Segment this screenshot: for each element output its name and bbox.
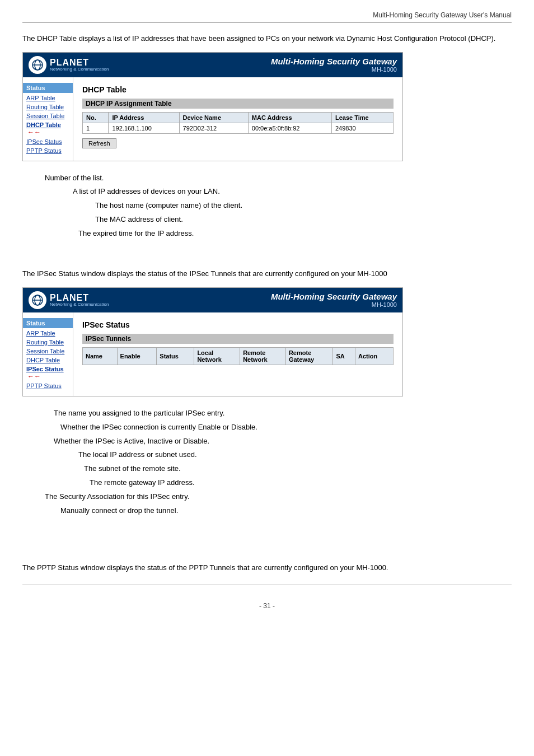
ipsec-gw-body: Status ARP Table Routing Table Session T…	[23, 312, 402, 396]
dhcp-info-list: Number of the list. A list of IP address…	[22, 171, 512, 241]
ipsec-table: Name Enable Status LocalNetwork RemoteNe…	[82, 347, 394, 365]
dhcp-cell-lease: 249830	[331, 123, 393, 133]
dhcp-sidebar-pptp[interactable]: PPTP Status	[23, 146, 73, 155]
pptp-intro: The PPTP Status window displays the stat…	[22, 562, 512, 573]
ipsec-col-enable: Enable	[117, 347, 157, 365]
dhcp-sidebar: Status ARP Table Routing Table Session T…	[23, 77, 73, 161]
dhcp-active-arrow: ←←	[27, 128, 41, 136]
ipsec-col-action: Action	[355, 347, 393, 365]
dhcp-gateway-box: PLANET Networking & Communication Multi-…	[22, 52, 403, 161]
dhcp-cell-device: 792D02-312	[179, 123, 248, 133]
ipsec-gw-header: PLANET Networking & Communication Multi-…	[23, 288, 402, 312]
dhcp-logo-sub: Networking & Communication	[50, 67, 109, 72]
ipsec-sub-title: IPSec Tunnels	[82, 334, 394, 344]
dhcp-gw-body: Status ARP Table Routing Table Session T…	[23, 77, 402, 161]
planet-logo: PLANET Networking & Communication	[29, 56, 109, 74]
dhcp-gw-header: PLANET Networking & Communication Multi-…	[23, 53, 402, 77]
ipsec-info-5: The subnet of the remote site.	[22, 462, 512, 476]
page-header: Multi-Homing Security Gateway User's Man…	[22, 11, 512, 23]
ipsec-info-7: The Security Association for this IPSec …	[22, 490, 512, 504]
page-separator	[22, 585, 512, 585]
dhcp-refresh-button[interactable]: Refresh	[82, 138, 116, 148]
ipsec-info-1: The name you assigned to the particular …	[22, 407, 512, 421]
ipsec-logo-circle	[29, 291, 46, 309]
dhcp-sidebar-arp[interactable]: ARP Table	[23, 94, 73, 102]
dhcp-info-2: A list of IP addresses of devices on you…	[22, 185, 512, 199]
dhcp-col-lease: Lease Time	[331, 112, 393, 123]
ipsec-gw-title: Multi-Homing Security Gateway MH-1000	[271, 292, 397, 308]
ipsec-info-8: Manually connect or drop the tunnel.	[22, 504, 512, 518]
dhcp-info-5: The expired time for the IP address.	[22, 227, 512, 241]
dhcp-table: No. IP Address Device Name MAC Address L…	[82, 112, 394, 134]
dhcp-info-1: Number of the list.	[22, 171, 512, 185]
ipsec-info-6: The remote gateway IP address.	[22, 476, 512, 490]
dhcp-main: DHCP Table DHCP IP Assignment Table No. …	[73, 77, 402, 161]
ipsec-gateway-box: PLANET Networking & Communication Multi-…	[22, 287, 403, 396]
dhcp-cell-no: 1	[83, 123, 109, 133]
dhcp-cell-mac: 00:0e:a5:0f:8b:92	[248, 123, 331, 133]
ipsec-gw-title-main: Multi-Homing Security Gateway	[271, 292, 397, 301]
ipsec-col-sa: SA	[333, 347, 355, 365]
dhcp-sidebar-status[interactable]: Status	[23, 83, 73, 93]
ipsec-col-local: LocalNetwork	[194, 347, 240, 365]
dhcp-cell-ip: 192.168.1.100	[109, 123, 179, 133]
dhcp-col-no: No.	[83, 112, 109, 123]
planet-logo-circle	[29, 56, 46, 74]
ipsec-sidebar-pptp[interactable]: PPTP Status	[23, 381, 73, 390]
ipsec-sidebar-session[interactable]: Session Table	[23, 347, 73, 356]
ipsec-col-name: Name	[83, 347, 118, 365]
ipsec-col-remote-gw: RemoteGateway	[285, 347, 333, 365]
dhcp-section-title: DHCP Table	[82, 85, 394, 94]
dhcp-intro: The DHCP Table displays a list of IP add…	[22, 33, 512, 44]
dhcp-info-3: The host name (computer name) of the cli…	[22, 199, 512, 213]
ipsec-sidebar: Status ARP Table Routing Table Session T…	[23, 312, 73, 396]
ipsec-sidebar-dhcp[interactable]: DHCP Table	[23, 356, 73, 365]
dhcp-sidebar-dhcp[interactable]: DHCP Table ←←	[23, 120, 73, 137]
page-header-title: Multi-Homing Security Gateway User's Man…	[373, 11, 512, 19]
dhcp-gw-title-main: Multi-Homing Security Gateway	[271, 57, 397, 66]
dhcp-sidebar-ipsec[interactable]: IPSec Status	[23, 137, 73, 146]
ipsec-info-4: The local IP address or subnet used.	[22, 448, 512, 462]
dhcp-col-device: Device Name	[179, 112, 248, 123]
ipsec-sidebar-arp[interactable]: ARP Table	[23, 329, 73, 338]
ipsec-sidebar-status[interactable]: Status	[23, 318, 73, 328]
ipsec-main: IPSec Status IPSec Tunnels Name Enable S…	[73, 312, 402, 396]
dhcp-sidebar-routing[interactable]: Routing Table	[23, 102, 73, 111]
page-number: - 31 -	[259, 602, 275, 610]
ipsec-planet-logo: PLANET Networking & Communication	[29, 291, 109, 309]
ipsec-col-status: Status	[157, 347, 194, 365]
dhcp-gw-title: Multi-Homing Security Gateway MH-1000	[271, 57, 397, 73]
ipsec-section-title: IPSec Status	[82, 320, 394, 329]
ipsec-sidebar-ipsec[interactable]: IPSec Status ←←	[23, 365, 73, 381]
dhcp-gw-title-model: MH-1000	[271, 66, 397, 73]
ipsec-sidebar-routing[interactable]: Routing Table	[23, 338, 73, 347]
ipsec-intro: The IPSec Status window displays the sta…	[22, 268, 512, 279]
page-footer: - 31 -	[22, 602, 512, 610]
dhcp-col-mac: MAC Address	[248, 112, 331, 123]
ipsec-info-2: Whether the IPSec connection is currentl…	[22, 421, 512, 435]
dhcp-table-row: 1 192.168.1.100 792D02-312 00:0e:a5:0f:8…	[83, 123, 394, 133]
ipsec-info-3: Whether the IPSec is Active, Inactive or…	[22, 435, 512, 449]
dhcp-col-ip: IP Address	[109, 112, 179, 123]
ipsec-logo-sub: Networking & Communication	[50, 302, 109, 307]
ipsec-info-list: The name you assigned to the particular …	[22, 407, 512, 517]
dhcp-sub-title: DHCP IP Assignment Table	[82, 99, 394, 109]
dhcp-info-4: The MAC address of client.	[22, 213, 512, 227]
ipsec-col-remote-net: RemoteNetwork	[240, 347, 286, 365]
dhcp-sidebar-session[interactable]: Session Table	[23, 111, 73, 120]
ipsec-active-arrow: ←←	[27, 372, 41, 380]
ipsec-gw-title-model: MH-1000	[271, 301, 397, 308]
